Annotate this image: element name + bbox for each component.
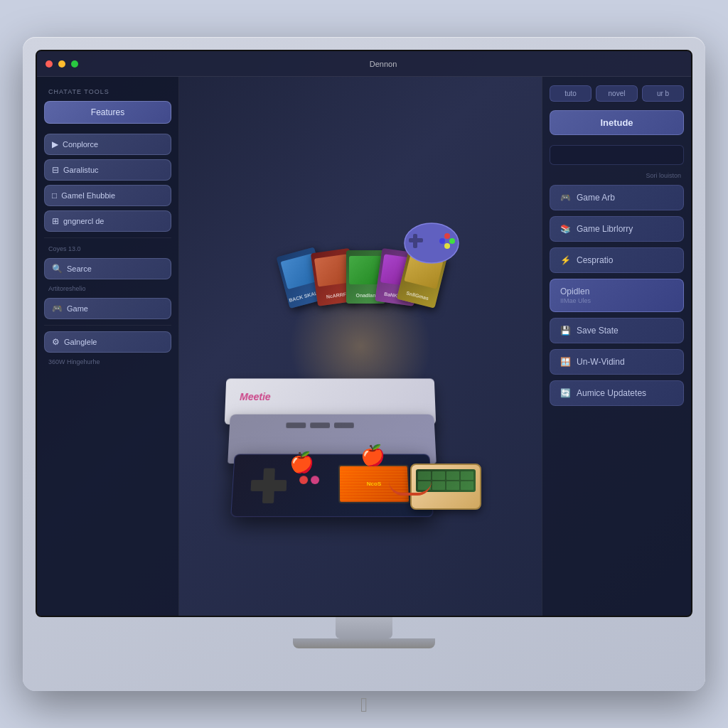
apple-item-left: 🍎 [289,451,314,474]
update-label: Aumice Updatetes [577,388,646,398]
opidlen-button[interactable]: Opidlen IIMae Ules [550,279,684,312]
game-arb-label: Game Arb [577,193,615,203]
cespratio-label: Cespratio [577,255,613,265]
cart-text-5: SnllGmas [398,289,437,303]
btn-red [299,476,308,484]
features-button[interactable]: Features [44,101,171,124]
monitor-base [293,638,435,648]
divider-1 [44,237,171,238]
game-label: Game [67,304,88,313]
tab-novel[interactable]: novel [596,85,638,102]
sidebar-label-conplorce: Conplorce [63,140,98,149]
apple-item-right: 🍎 [360,444,385,467]
window-icon: 🪟 [560,357,571,367]
gamepad-icon: 🎮 [52,304,63,314]
sidebar-section-label: Chatate tools [44,85,171,97]
handheld-cell-6 [432,481,445,490]
console-illustration: BACK SKALOA NcARRF Onadlan BaNKRec [218,161,503,531]
opidlen-label: Opidlen [560,287,589,296]
cespratio-icon: ⚡ [560,255,571,265]
dpad-vertical [262,469,275,503]
svg-point-4 [439,238,445,244]
install-button[interactable]: Inetude [550,110,684,135]
mid-slot-2 [310,422,330,428]
mid-slot-3 [334,422,354,428]
close-btn[interactable] [46,60,53,68]
game-library-label: Game Librlorry [577,224,633,234]
dpad [250,469,287,503]
copies-label: Coyes 13.0 [44,244,171,254]
library-icon: 📚 [560,224,571,234]
grid-icon: ⊞ [52,216,59,226]
svg-point-6 [444,243,450,249]
monitor-outer: Dennon Chatate tools Features ▶ Conplorc… [23,37,705,691]
game-library-button[interactable]: 📚 Game Librlorry [550,216,684,242]
galingle-button[interactable]: ⚙ Galnglele [44,331,171,353]
play-icon: ▶ [52,139,58,149]
maximize-btn[interactable] [71,60,78,68]
search-bar[interactable] [550,145,684,165]
update-icon: 🔄 [560,388,571,398]
save-state-button[interactable]: 💾 Save State [550,318,684,343]
resolution-label: 360W Hingehurhe [44,357,171,367]
opidlen-sub: IIMae Ules [560,297,591,304]
svg-point-3 [444,233,450,239]
btn-pink [311,476,319,484]
game-controller [403,218,460,268]
handheld-cell-3 [446,471,459,480]
divider-2 [44,325,171,326]
monitor-stand [336,617,392,638]
search-button[interactable]: 🔍 Searce [44,258,171,279]
tab-tuto[interactable]: tuto [550,85,592,102]
top-bar: Dennon [37,51,691,77]
game-arb-button[interactable]: 🎮 Game Arb [550,185,684,210]
tab-ur-b[interactable]: ur b [642,85,684,102]
left-sidebar: Chatate tools Features ▶ Conplorce ⊟ Gar… [37,77,179,616]
handheld-cell-8 [461,481,473,490]
search-icon: 🔍 [52,264,63,274]
center-area: BACK SKALOA NcARRF Onadlan BaNKRec [179,77,542,616]
save-state-label: Save State [577,326,619,336]
sidebar-label-gngnercl: gngnercl de [63,217,105,225]
mid-slot-1 [286,422,306,428]
monitor-screen: Dennon Chatate tools Features ▶ Conplorc… [36,50,692,617]
auto-update-button[interactable]: 🔄 Aumice Updatetes [550,380,684,406]
sidebar-item-conplorce[interactable]: ▶ Conplorce [44,134,171,155]
un-w-vidind-label: Un-W-Vidind [577,357,625,367]
square-icon: □ [52,191,57,200]
galingle-label: Galnglele [64,338,97,346]
window-title: Dennon [84,60,682,68]
update-content: Aumice Updatetes [577,388,646,398]
console-top-label: Meetie [240,391,271,402]
right-sidebar: tuto novel ur b Inetude Sori louiston 🎮 … [542,77,691,616]
sidebar-label-game-ehubbie: Gamel Ehubbie [61,191,115,200]
settings-icon: ⚙ [52,337,60,347]
list-icon: ⊟ [52,165,59,175]
artitores-label: Artitoreshelio [44,284,171,294]
sidebar-item-gngnercl[interactable]: ⊞ gngnercl de [44,210,171,232]
svg-point-5 [449,238,455,244]
apple-logo:  [360,694,368,717]
un-w-vidind-button[interactable]: 🪟 Un-W-Vidind [550,349,684,375]
opidlen-content: Opidlen IIMae Ules [560,287,591,304]
search-label: Searce [67,264,92,273]
monitor-stand-assembly [293,617,435,648]
game-arb-icon: 🎮 [560,193,571,203]
handheld-cell-7 [446,481,459,490]
sidebar-label-garalistuc: Garalistuc [63,166,99,174]
minimize-btn[interactable] [58,60,65,68]
sidebar-item-garalistuc[interactable]: ⊟ Garalistuc [44,159,171,181]
brand-label: NcoS [367,481,382,487]
console-mid-slots [286,422,354,428]
save-icon: 💾 [560,326,571,336]
game-button[interactable]: 🎮 Game [44,298,171,319]
svg-rect-2 [413,234,417,248]
handheld-cell-2 [432,471,445,480]
sort-label: Sori louiston [550,172,684,179]
cespratio-button[interactable]: ⚡ Cespratio [550,247,684,273]
sidebar-item-game-ehubbie[interactable]: □ Gamel Ehubbie [44,185,171,206]
main-content: Chatate tools Features ▶ Conplorce ⊟ Gar… [37,77,691,616]
handheld-cell-4 [461,471,473,480]
right-top-tabs: tuto novel ur b [550,85,684,102]
handheld-cell-1 [418,471,431,480]
